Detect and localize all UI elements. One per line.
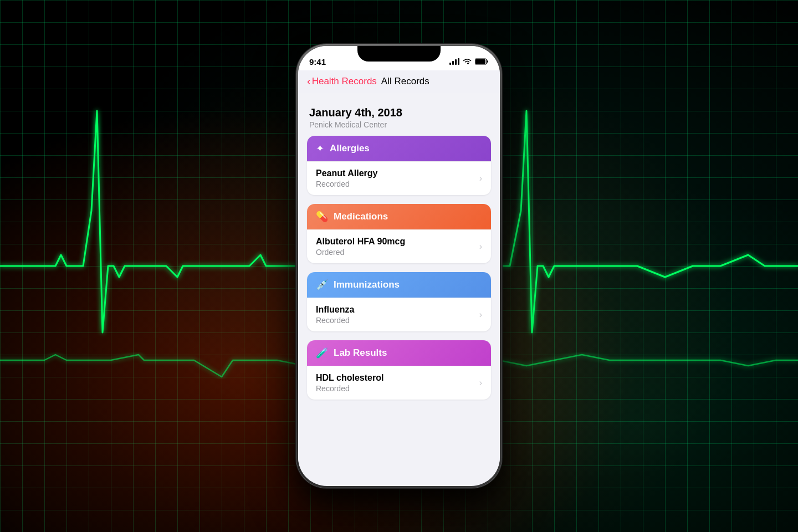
chevron-right-icon: › <box>479 378 482 388</box>
navigation-bar: ‹ Health Records All Records <box>298 70 500 93</box>
record-name: Albuterol HFA 90mcg <box>316 237 405 247</box>
record-name: Peanut Allergy <box>316 168 377 178</box>
medications-header: 💊 Medications <box>307 204 491 229</box>
notch <box>357 46 441 62</box>
allergies-label: Allergies <box>330 143 370 154</box>
immunizations-card: 💉 Immunizations Influenza Recorded › <box>307 272 491 331</box>
hdl-cholesterol-item[interactable]: HDL cholesterol Recorded › <box>307 366 491 400</box>
chevron-right-icon: › <box>479 242 482 252</box>
record-status: Recorded <box>316 316 354 325</box>
medications-label: Medications <box>334 211 388 222</box>
wifi-icon <box>463 58 472 65</box>
facility-name: Penick Medical Center <box>309 120 489 129</box>
phone-screen: 9:41 <box>298 46 500 486</box>
status-time: 9:41 <box>309 57 326 66</box>
chevron-right-icon: › <box>479 310 482 320</box>
labresults-label: Lab Results <box>334 347 387 359</box>
record-status: Recorded <box>316 180 377 188</box>
record-info: HDL cholesterol Recorded <box>316 373 383 393</box>
allergies-icon: ✦ <box>316 142 324 155</box>
influenza-item[interactable]: Influenza Recorded › <box>307 298 491 331</box>
record-info: Albuterol HFA 90mcg Ordered <box>316 237 405 257</box>
date-section: January 4th, 2018 Penick Medical Center <box>307 102 491 136</box>
record-status: Recorded <box>316 384 383 393</box>
record-name: HDL cholesterol <box>316 373 383 383</box>
medications-icon: 💊 <box>316 211 328 223</box>
main-content: January 4th, 2018 Penick Medical Center … <box>298 93 500 481</box>
allergies-card: ✦ Allergies Peanut Allergy Recorded › <box>307 136 491 195</box>
record-name: Influenza <box>316 305 354 315</box>
albuterol-item[interactable]: Albuterol HFA 90mcg Ordered › <box>307 229 491 263</box>
labresults-card: 🧪 Lab Results HDL cholesterol Recorded › <box>307 340 491 400</box>
labresults-icon: 🧪 <box>316 347 328 359</box>
allergies-header: ✦ Allergies <box>307 136 491 161</box>
back-chevron-icon: ‹ <box>307 75 311 88</box>
back-button[interactable]: ‹ Health Records <box>307 75 377 88</box>
battery-icon <box>475 58 489 65</box>
back-label: Health Records <box>312 76 377 87</box>
labresults-header: 🧪 Lab Results <box>307 340 491 366</box>
record-status: Ordered <box>316 248 405 257</box>
date-title: January 4th, 2018 <box>309 106 489 119</box>
phone-frame: 9:41 <box>296 44 502 488</box>
signal-icon <box>449 58 459 65</box>
page-title: All Records <box>381 76 429 87</box>
chevron-right-icon: › <box>479 173 482 183</box>
immunizations-label: Immunizations <box>334 279 400 290</box>
phone-device: 9:41 <box>296 44 502 488</box>
status-bar: 9:41 <box>298 46 500 70</box>
immunizations-header: 💉 Immunizations <box>307 272 491 298</box>
medications-card: 💊 Medications Albuterol HFA 90mcg Ordere… <box>307 204 491 263</box>
record-info: Influenza Recorded <box>316 305 354 325</box>
svg-rect-1 <box>475 59 485 64</box>
status-icons <box>449 58 489 65</box>
peanut-allergy-item[interactable]: Peanut Allergy Recorded › <box>307 161 491 195</box>
record-info: Peanut Allergy Recorded <box>316 168 377 188</box>
immunizations-icon: 💉 <box>316 279 328 291</box>
